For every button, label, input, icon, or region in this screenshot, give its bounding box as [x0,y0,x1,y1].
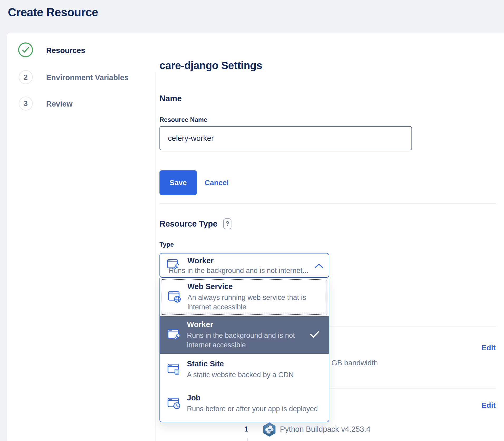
selected-type-description: Runs in the background and is not intern… [169,267,308,275]
timeline-connector [247,438,248,441]
checkmark-icon [310,330,320,339]
browser-globe-icon [168,290,182,304]
resource-type-select[interactable]: Worker Runs in the background and is not… [159,253,329,278]
browser-wrench-icon [167,328,181,342]
edit-button[interactable]: Edit [464,344,496,352]
option-description: An always running web service that is in… [187,293,321,312]
buildpack-name: Python Buildpack v4.253.4 [280,421,370,437]
create-resource-screen: Create Resource Resources 2 Environment … [0,0,504,441]
option-static-site[interactable]: Static Site A static website backed by a… [160,354,329,385]
option-description: Runs before or after your app is deploye… [187,404,320,414]
option-title: Worker [187,320,320,329]
bandwidth-text: 0 GB bandwidth [325,359,378,367]
resource-type-dropdown: Web Service An always running web servic… [159,278,329,422]
option-web-service[interactable]: Web Service An always running web servic… [162,279,327,315]
option-text: Web Service An always running web servic… [187,282,321,312]
python-buildpack-icon [263,422,276,438]
buildpack-step-number: 1 [242,421,250,437]
browser-clock-icon [167,397,181,410]
option-title: Web Service [187,282,321,291]
option-job[interactable]: Job Runs before or after your app is dep… [160,385,329,422]
chevron-up-icon [314,263,323,269]
option-title: Static Site [187,359,320,368]
option-text: Job Runs before or after your app is dep… [187,394,320,414]
option-title: Job [187,394,320,402]
option-text: Static Site A static website backed by a… [187,359,320,380]
option-text: Worker Runs in the background and is not… [187,320,320,350]
option-description: Runs in the background and is not intern… [187,331,320,350]
browser-document-icon [167,363,181,376]
option-description: A static website backed by a CDN [187,370,320,380]
option-worker[interactable]: Worker Runs in the background and is not… [160,316,329,354]
edit-button[interactable]: Edit [464,401,496,410]
selected-type-title: Worker [187,256,214,265]
